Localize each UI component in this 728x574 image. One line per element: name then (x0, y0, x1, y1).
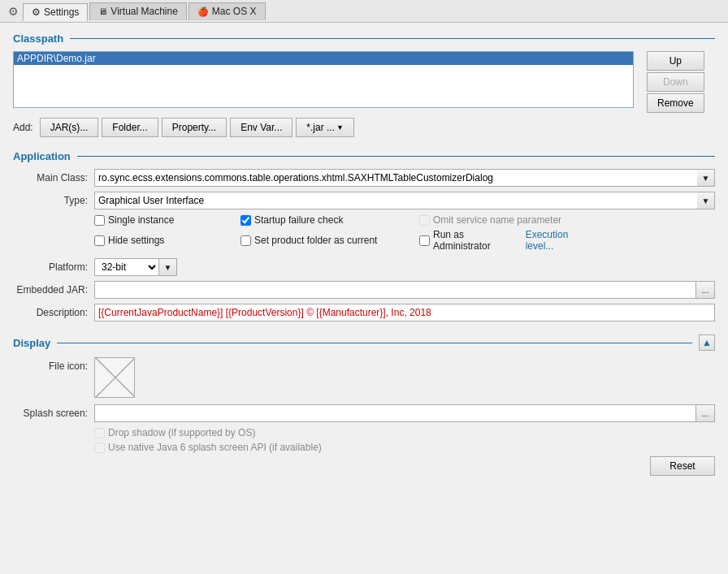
description-label: Description: (13, 307, 94, 318)
run-as-admin-check: Run as Administrator Execution level... (419, 229, 598, 252)
splash-input[interactable] (94, 404, 696, 422)
display-section: Display ▲ File icon: Splash screen: ... (13, 334, 715, 476)
gear-icon[interactable]: ⚙ (3, 2, 23, 20)
classpath-side-buttons: Up Down Remove (647, 51, 704, 113)
tab-bar: ⚙ ⚙ Settings 🖥 Virtual Machine 🍎 Mac OS … (0, 0, 728, 23)
file-icon-x (95, 357, 134, 398)
description-input[interactable] (94, 304, 715, 322)
add-label: Add: (13, 122, 33, 133)
vm-icon: 🖥 (98, 6, 107, 16)
tab-settings[interactable]: ⚙ Settings (23, 3, 88, 21)
startup-failure-check: Startup failure check (240, 214, 419, 226)
drop-shadow-row: Drop shadow (if supported by OS) (94, 427, 715, 438)
single-instance-check: Single instance (94, 214, 240, 226)
down-button[interactable]: Down (647, 72, 704, 92)
classpath-title: Classpath (13, 32, 715, 45)
omit-service-check: Omit service name parameter (419, 214, 598, 226)
add-row: Add: JAR(s)... Folder... Property... Env… (13, 118, 715, 137)
jars-button[interactable]: JAR(s)... (40, 118, 99, 137)
execution-level-link[interactable]: Execution level... (526, 229, 598, 252)
drop-shadow-label: Drop shadow (if supported by OS) (108, 427, 255, 438)
embedded-jar-wrapper: ... (94, 281, 715, 299)
type-row: Type: Graphical User Interface Console S… (13, 192, 715, 209)
env-var-button[interactable]: Env Var... (230, 118, 292, 137)
native-java6-checkbox[interactable] (94, 442, 105, 453)
set-product-folder-check: Set product folder as current (240, 229, 419, 252)
up-button[interactable]: Up (647, 51, 704, 71)
hide-settings-label[interactable]: Hide settings (108, 235, 164, 246)
application-section: Application Main Class: ▼ Type: Graphica… (13, 150, 715, 322)
macos-icon: 🍎 (197, 6, 209, 17)
jar-dot-arrow: ▼ (336, 123, 344, 132)
run-as-admin-checkbox[interactable] (419, 235, 430, 246)
single-instance-checkbox[interactable] (94, 215, 105, 226)
reset-row: Reset (13, 456, 715, 476)
type-label: Type: (13, 195, 94, 206)
checkbox-grid: Single instance Startup failure check Om… (94, 214, 715, 252)
tab-macos-label: Mac OS X (212, 6, 257, 17)
classpath-item[interactable]: APPDIR\Demo.jar (14, 52, 633, 65)
main-class-row: Main Class: ▼ (13, 169, 715, 187)
main-class-wrapper: ▼ (94, 169, 715, 187)
native-java6-label: Use native Java 6 splash screen API (if … (108, 442, 322, 453)
main-class-input[interactable] (94, 169, 715, 187)
embedded-jar-browse-btn[interactable]: ... (696, 281, 715, 299)
type-select[interactable]: Graphical User Interface Console Service (94, 192, 715, 209)
platform-select[interactable]: 32-bit 64-bit Any (94, 258, 159, 276)
startup-failure-label[interactable]: Startup failure check (254, 214, 343, 226)
embedded-jar-input[interactable] (94, 281, 696, 299)
application-title: Application (13, 150, 715, 162)
hide-settings-check: Hide settings (94, 229, 240, 252)
file-icon-label: File icon: (13, 357, 94, 372)
tab-macos[interactable]: 🍎 Mac OS X (188, 2, 266, 20)
tab-vm-label: Virtual Machine (110, 6, 178, 17)
remove-button[interactable]: Remove (647, 93, 704, 113)
file-icon-placeholder[interactable] (94, 357, 135, 398)
classpath-list[interactable]: APPDIR\Demo.jar (13, 51, 634, 108)
jar-dot-button[interactable]: *.jar ... ▼ (296, 118, 354, 137)
file-icon-row: File icon: (13, 357, 715, 398)
collapse-button[interactable]: ▲ (699, 334, 715, 351)
tab-settings-label: Settings (44, 6, 79, 18)
classpath-row: APPDIR\Demo.jar Up Down Remove (13, 51, 715, 113)
embedded-jar-label: Embedded JAR: (13, 284, 94, 296)
splash-label: Splash screen: (13, 408, 94, 419)
type-wrapper: Graphical User Interface Console Service… (94, 192, 715, 209)
classpath-section: Classpath APPDIR\Demo.jar Up Down Remove… (13, 32, 715, 137)
splash-input-wrapper: ... (94, 404, 715, 422)
hide-settings-checkbox[interactable] (94, 235, 105, 246)
property-button[interactable]: Property... (162, 118, 227, 137)
display-title-text: Display (13, 337, 50, 349)
platform-label: Platform: (13, 261, 94, 273)
main-content: Classpath APPDIR\Demo.jar Up Down Remove… (0, 23, 728, 498)
description-row: Description: (13, 304, 715, 322)
platform-dropdown-arrow[interactable]: ▼ (159, 258, 177, 276)
tab-vm[interactable]: 🖥 Virtual Machine (89, 2, 187, 20)
platform-row: Platform: 32-bit 64-bit Any ▼ (13, 258, 715, 276)
settings-icon: ⚙ (32, 6, 41, 18)
jar-dot-label: *.jar ... (306, 122, 335, 133)
set-product-folder-label[interactable]: Set product folder as current (254, 235, 377, 246)
platform-wrapper: 32-bit 64-bit Any ▼ (94, 258, 177, 276)
embedded-jar-row: Embedded JAR: ... (13, 281, 715, 299)
omit-service-checkbox[interactable] (419, 215, 430, 226)
native-java6-row: Use native Java 6 splash screen API (if … (94, 442, 715, 453)
drop-shadow-checkbox[interactable] (94, 428, 105, 438)
single-instance-label[interactable]: Single instance (108, 214, 174, 226)
omit-service-label: Omit service name parameter (433, 214, 561, 226)
reset-button[interactable]: Reset (650, 456, 715, 476)
main-class-label: Main Class: (13, 172, 94, 183)
run-as-admin-label[interactable]: Run as Administrator (433, 229, 522, 252)
startup-failure-checkbox[interactable] (240, 215, 251, 226)
splash-screen-row: Splash screen: ... (13, 404, 715, 422)
display-title-row: Display ▲ (13, 334, 715, 351)
display-title-line (57, 343, 692, 343)
set-product-folder-checkbox[interactable] (240, 235, 251, 246)
splash-browse-btn[interactable]: ... (696, 404, 715, 422)
folder-button[interactable]: Folder... (102, 118, 158, 137)
